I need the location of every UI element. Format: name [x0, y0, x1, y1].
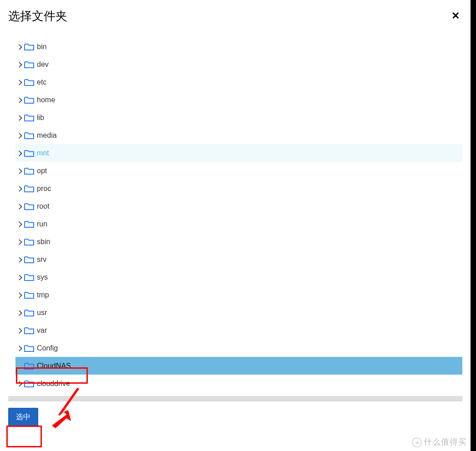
tree-node-label: dev	[37, 60, 49, 69]
folder-picker-modal: 选择文件夹 ✕ bin dev etc home lib media mnt o…	[0, 0, 471, 451]
chevron-right-icon[interactable]	[16, 346, 22, 351]
chevron-right-icon[interactable]	[16, 292, 22, 298]
tree-node-label: root	[37, 202, 50, 210]
tree-node-config[interactable]: Config	[15, 339, 462, 357]
chevron-right-icon[interactable]	[16, 239, 22, 245]
chevron-right-icon[interactable]	[16, 204, 22, 210]
folder-tree: bin dev etc home lib media mnt opt proc …	[0, 33, 471, 392]
close-icon[interactable]: ✕	[451, 11, 460, 21]
tree-node-label: sys	[37, 273, 48, 281]
tree-node-label: mnt	[37, 149, 49, 157]
tree-node-etc[interactable]: etc	[15, 73, 462, 91]
chevron-right-icon[interactable]	[16, 44, 22, 50]
tree-node-label: opt	[37, 167, 47, 175]
chevron-right-icon[interactable]	[16, 168, 22, 174]
folder-icon	[24, 79, 34, 86]
tree-node-label: proc	[37, 185, 51, 193]
tree-node-home[interactable]: home	[15, 91, 462, 109]
folder-icon	[24, 220, 34, 228]
chevron-right-icon[interactable]	[16, 381, 22, 387]
tree-node-dev[interactable]: dev	[15, 55, 462, 73]
tree-node-label: clouddrive	[37, 380, 70, 388]
chevron-right-icon[interactable]	[16, 62, 22, 68]
chevron-right-icon[interactable]	[16, 275, 22, 281]
folder-icon	[24, 203, 34, 210]
window-edge	[471, 0, 476, 451]
folder-icon	[24, 167, 34, 175]
tree-node-usr[interactable]: usr	[15, 304, 462, 321]
modal-title: 选择文件夹	[8, 8, 67, 24]
folder-icon	[24, 114, 34, 121]
tree-node-bin[interactable]: bin	[15, 38, 462, 55]
folder-icon	[24, 43, 34, 50]
select-button[interactable]: 选中	[8, 408, 38, 426]
tree-node-label: run	[37, 220, 47, 228]
tree-node-sbin[interactable]: sbin	[15, 233, 462, 251]
folder-icon	[24, 327, 34, 334]
tree-node-tmp[interactable]: tmp	[15, 286, 462, 304]
tree-node-mnt[interactable]: mnt	[15, 144, 462, 162]
folder-icon	[24, 96, 34, 104]
modal-header: 选择文件夹 ✕	[0, 0, 471, 33]
chevron-right-icon[interactable]	[16, 310, 22, 316]
folder-icon	[24, 362, 34, 370]
tree-node-label: bin	[37, 43, 46, 51]
tree-node-label: tmp	[37, 291, 49, 299]
folder-icon	[24, 345, 34, 352]
tree-node-label: media	[37, 131, 57, 140]
tree-node-cloudnas[interactable]: CloudNAS	[15, 357, 462, 375]
tree-node-label: etc	[37, 78, 46, 86]
tree-node-sys[interactable]: sys	[15, 268, 462, 286]
modal-footer: 选中	[0, 408, 471, 434]
chevron-right-icon[interactable]	[16, 80, 22, 85]
divider	[8, 396, 462, 401]
tree-node-label: Config	[37, 344, 58, 352]
tree-node-clouddrive[interactable]: clouddrive	[15, 375, 462, 392]
folder-icon	[24, 132, 34, 139]
chevron-right-icon[interactable]	[16, 115, 22, 121]
chevron-right-icon[interactable]	[16, 186, 22, 192]
tree-node-label: sbin	[37, 238, 50, 246]
folder-icon	[24, 256, 34, 263]
folder-icon	[24, 238, 34, 246]
tree-node-label: CloudNAS	[37, 362, 71, 370]
tree-node-root[interactable]: root	[15, 197, 462, 215]
folder-icon	[24, 185, 34, 192]
folder-icon	[24, 274, 34, 281]
tree-node-srv[interactable]: srv	[15, 251, 462, 268]
folder-icon	[24, 291, 34, 299]
chevron-right-icon[interactable]	[16, 97, 22, 103]
tree-node-media[interactable]: media	[15, 126, 462, 144]
tree-node-label: home	[37, 96, 55, 104]
chevron-right-icon[interactable]	[16, 221, 22, 227]
folder-icon	[24, 309, 34, 316]
tree-node-label: usr	[37, 309, 47, 317]
chevron-right-icon[interactable]	[16, 328, 22, 334]
chevron-right-icon[interactable]	[16, 150, 22, 156]
tree-node-opt[interactable]: opt	[15, 162, 462, 180]
chevron-right-icon[interactable]	[16, 133, 22, 139]
chevron-right-icon[interactable]	[16, 257, 22, 263]
tree-node-run[interactable]: run	[15, 215, 462, 233]
tree-node-proc[interactable]: proc	[15, 180, 462, 197]
tree-node-lib[interactable]: lib	[15, 109, 462, 126]
tree-node-label: var	[37, 326, 47, 335]
tree-node-label: lib	[37, 114, 44, 122]
tree-node-label: srv	[37, 256, 46, 264]
tree-node-var[interactable]: var	[15, 321, 462, 339]
folder-icon	[24, 380, 34, 387]
folder-icon	[24, 61, 34, 68]
folder-icon	[24, 150, 34, 157]
